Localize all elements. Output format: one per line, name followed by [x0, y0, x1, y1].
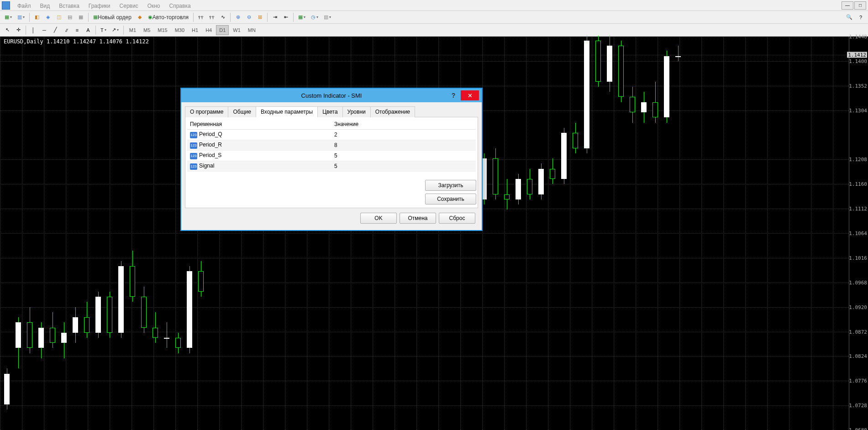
- timeframe-mn[interactable]: MN: [245, 25, 259, 35]
- templates-button[interactable]: ▥: [321, 12, 333, 22]
- parameters-table: Переменная Значение 123Period_Q2123Perio…: [187, 119, 476, 172]
- zoom-out-button[interactable]: ⊖: [244, 12, 254, 22]
- column-variable[interactable]: Переменная: [187, 119, 331, 130]
- price-tick: 1.1208: [849, 157, 867, 163]
- cursor-button[interactable]: ↖: [2, 25, 12, 35]
- chart-shift-button[interactable]: ⇤: [281, 12, 291, 22]
- profiles-button[interactable]: ▥: [15, 12, 27, 22]
- save-button[interactable]: Сохранить: [425, 194, 476, 205]
- menu-вставка[interactable]: Вставка: [54, 2, 84, 10]
- tab-0[interactable]: О программе: [185, 106, 228, 117]
- metaeditor-button[interactable]: ◆: [135, 12, 145, 22]
- menu-окно[interactable]: Окно: [143, 2, 165, 10]
- periods-button[interactable]: ◷: [309, 12, 321, 22]
- param-row[interactable]: 123Signal5: [187, 161, 476, 172]
- dialog-close-button[interactable]: ✕: [461, 90, 479, 100]
- tab-5[interactable]: Отображение: [370, 106, 415, 117]
- tab-2[interactable]: Входные параметры: [256, 106, 318, 117]
- timeframe-m30[interactable]: M30: [172, 25, 188, 35]
- price-tick: 1.0872: [849, 329, 867, 335]
- tab-3[interactable]: Цвета: [317, 106, 342, 117]
- ok-button[interactable]: OK: [360, 213, 397, 224]
- minimize-button[interactable]: —: [842, 1, 853, 10]
- bar-chart-button[interactable]: ⫯⫯: [196, 12, 206, 22]
- market-watch-button[interactable]: ◧: [32, 12, 42, 22]
- int-icon: 123: [190, 153, 197, 159]
- dialog-tabs: О программеОбщиеВходные параметрыЦветаУр…: [185, 106, 478, 117]
- app-icon: [2, 1, 10, 10]
- reset-button[interactable]: Сброс: [439, 213, 475, 224]
- menu-справка[interactable]: Справка: [165, 2, 195, 10]
- navigator-button[interactable]: ◈: [43, 12, 53, 22]
- timeframe-m15[interactable]: M15: [154, 25, 170, 35]
- tab-1[interactable]: Общие: [228, 106, 256, 117]
- price-tick: 1.1448: [849, 34, 867, 40]
- strategy-tester-button[interactable]: ▦: [76, 12, 86, 22]
- timeframe-m1[interactable]: M1: [126, 25, 139, 35]
- int-icon: 123: [190, 163, 197, 170]
- timeframe-h1[interactable]: H1: [189, 25, 201, 35]
- price-tick: 1.0824: [849, 353, 867, 359]
- drawing-toolbar: ↖ ✛ │ ─ ╱ ⫽ ≡ A T ↗ M1M5M15M30H1H4D1W1MN: [0, 24, 868, 37]
- price-tick: 1.1160: [849, 181, 867, 187]
- menu-графики[interactable]: Графики: [84, 2, 115, 10]
- menu-вид[interactable]: Вид: [36, 2, 55, 10]
- price-axis: 1.14481.14121.14001.13521.13041.12081.11…: [849, 37, 868, 430]
- price-tick: 1.1352: [849, 83, 867, 89]
- price-tick: 1.0920: [849, 304, 867, 310]
- price-tick: 1.1400: [849, 58, 867, 64]
- main-toolbar: ▦ ▥ ◧ ◈ ◫ ▤ ▦ ▦ Новый ордер ◆ ◉ Авто-тор…: [0, 11, 868, 24]
- int-icon: 123: [190, 142, 197, 149]
- dialog-titlebar[interactable]: Custom Indicator - SMI ? ✕: [181, 89, 482, 102]
- zoom-in-button[interactable]: ⊕: [233, 12, 243, 22]
- chart-symbol-label: EURUSD,Daily 1.14210 1.14247 1.14076 1.1…: [4, 38, 149, 45]
- fibonacci-button[interactable]: ≡: [72, 25, 82, 35]
- param-row[interactable]: 123Period_S5: [187, 151, 476, 161]
- param-row[interactable]: 123Period_R8: [187, 140, 476, 151]
- column-value[interactable]: Значение: [331, 119, 476, 130]
- timeframe-d1[interactable]: D1: [216, 25, 229, 35]
- menu-сервис[interactable]: Сервис: [115, 2, 143, 10]
- tab-4[interactable]: Уровни: [342, 106, 371, 117]
- help-button[interactable]: ?: [856, 12, 866, 22]
- price-tick: 1.1016: [849, 255, 867, 261]
- dialog-title: Custom Indicator - SMI: [301, 92, 362, 99]
- search-button[interactable]: 🔍: [844, 12, 855, 22]
- text-tool-button[interactable]: T: [98, 25, 109, 35]
- timeframe-w1[interactable]: W1: [230, 25, 244, 35]
- channel-button[interactable]: ⫽: [61, 25, 71, 35]
- trendline-button[interactable]: ╱: [50, 25, 60, 35]
- new-order-button[interactable]: ▦ Новый ордер: [91, 12, 134, 22]
- restore-button[interactable]: □: [854, 1, 866, 10]
- terminal-button[interactable]: ▤: [65, 12, 75, 22]
- param-row[interactable]: 123Period_Q2: [187, 130, 476, 140]
- price-tick: 1.0728: [849, 403, 867, 409]
- auto-scroll-button[interactable]: ⇥: [270, 12, 280, 22]
- load-button[interactable]: Загрузить: [425, 180, 476, 191]
- line-chart-button[interactable]: ∿: [218, 12, 228, 22]
- new-chart-button[interactable]: ▦: [2, 12, 14, 22]
- candlestick-button[interactable]: ⫯⫯: [207, 12, 217, 22]
- price-tick: 1.1112: [849, 206, 867, 212]
- horizontal-line-button[interactable]: ─: [39, 25, 49, 35]
- dialog-help-button[interactable]: ?: [447, 90, 460, 100]
- price-tick: 1.1304: [849, 107, 867, 113]
- timeframe-m5[interactable]: M5: [140, 25, 153, 35]
- price-tick: 1.0776: [849, 378, 867, 384]
- timeframe-h4[interactable]: H4: [202, 25, 215, 35]
- menu-файл[interactable]: Файл: [13, 2, 36, 10]
- crosshair-button[interactable]: ✛: [13, 25, 23, 35]
- data-window-button[interactable]: ◫: [54, 12, 64, 22]
- price-tick: 1.1412: [847, 52, 867, 58]
- price-tick: 1.0680: [849, 427, 867, 430]
- window-controls: — □: [842, 1, 866, 10]
- indicator-dialog: Custom Indicator - SMI ? ✕ О программеОб…: [180, 88, 483, 231]
- tile-windows-button[interactable]: ⊞: [255, 12, 265, 22]
- menubar: ФайлВидВставкаГрафикиСервисОкноСправка —…: [0, 0, 868, 11]
- cancel-button[interactable]: Отмена: [400, 213, 436, 224]
- arrows-button[interactable]: ↗: [110, 25, 121, 35]
- auto-trading-button[interactable]: ◉ Авто-торговля: [146, 12, 191, 22]
- text-label-button[interactable]: A: [83, 25, 93, 35]
- indicators-button[interactable]: ▦: [296, 12, 308, 22]
- vertical-line-button[interactable]: │: [28, 25, 38, 35]
